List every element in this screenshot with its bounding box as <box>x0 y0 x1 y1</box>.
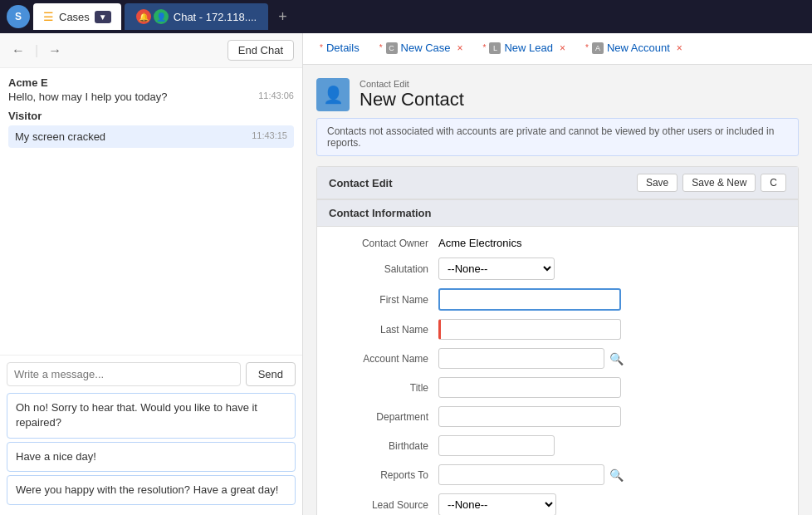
forward-button[interactable]: → <box>45 42 65 60</box>
reports-to-lookup-icon[interactable]: 🔍 <box>608 467 624 483</box>
bell-icon: 🔔 <box>136 9 151 24</box>
last-name-row: Last Name <box>330 319 785 340</box>
salutation-row: Salutation --None-- Mr. Ms. Mrs. Dr. Pro… <box>330 258 785 280</box>
reports-to-row: Reports To 🔍 <box>330 464 785 485</box>
tab-cases-arrow[interactable]: ▼ <box>95 11 111 23</box>
lead-source-select[interactable]: --None-- Web Phone Inquiry Partner Refer… <box>438 493 556 515</box>
message-group-acme: Acme E Hello, how may I help you today? … <box>8 76 294 103</box>
cases-icon: ☰ <box>43 10 54 23</box>
tab-new-case-dot: * <box>379 43 383 52</box>
contact-edit-label: Contact Edit <box>360 79 464 89</box>
contact-info-section-header: Contact Information <box>317 199 798 227</box>
person-icon: 👤 <box>154 9 169 24</box>
birthdate-label: Birthdate <box>330 440 438 452</box>
secondary-tabs: * Details * C New Case × * L New Lead × … <box>303 33 812 65</box>
info-banner: Contacts not associated with accounts ar… <box>316 118 799 156</box>
send-button[interactable]: Send <box>246 362 296 386</box>
title-field <box>438 377 785 398</box>
message-input-row: Send <box>7 362 296 386</box>
cancel-button[interactable]: C <box>761 174 786 192</box>
last-name-label: Last Name <box>330 324 438 336</box>
tab-cases[interactable]: ☰ Cases ▼ <box>33 3 121 30</box>
chat-toolbar: ← | → End Chat <box>0 33 302 68</box>
save-button[interactable]: Save <box>637 174 677 192</box>
tab-chat[interactable]: 🔔 👤 Chat - 172.118.... <box>125 3 268 30</box>
message-text-visitor: My screen cracked <box>15 130 245 143</box>
account-name-input[interactable] <box>438 348 604 369</box>
reports-to-input[interactable] <box>438 464 604 485</box>
salutation-label: Salutation <box>330 263 438 275</box>
contact-owner-label: Contact Owner <box>330 238 438 249</box>
visitor-message: My screen cracked 11:43:15 <box>8 125 294 148</box>
new-account-close-icon[interactable]: × <box>677 42 682 54</box>
lead-source-label: Lead Source <box>330 499 438 511</box>
new-tab-button[interactable]: + <box>271 8 294 26</box>
contact-info-form-body: Contact Owner Acme Electronics Salutatio… <box>317 227 798 515</box>
account-name-row: Account Name 🔍 <box>330 348 785 369</box>
account-name-label: Account Name <box>330 353 438 365</box>
suggestion-3[interactable]: Were you happy with the resolution? Have… <box>7 475 296 505</box>
birthdate-row: Birthdate <box>330 435 785 456</box>
new-case-icon: C <box>386 42 398 54</box>
tab-details-label: Details <box>326 42 360 54</box>
new-account-icon: A <box>592 42 604 54</box>
form-header-buttons: Save Save & New C <box>637 174 786 192</box>
end-chat-button[interactable]: End Chat <box>227 40 294 61</box>
birthdate-input[interactable] <box>438 435 555 456</box>
tab-chat-label: Chat - 172.118.... <box>174 11 257 23</box>
tab-new-lead[interactable]: * L New Lead × <box>473 33 575 65</box>
message-time-visitor: 11:43:15 <box>252 130 287 140</box>
back-button[interactable]: ← <box>8 42 28 60</box>
department-row: Department <box>330 406 785 427</box>
birthdate-field <box>438 435 785 456</box>
department-field <box>438 406 785 427</box>
new-case-close-icon[interactable]: × <box>457 42 463 54</box>
app-logo: S <box>7 5 30 28</box>
top-bar: S ☰ Cases ▼ 🔔 👤 Chat - 172.118.... + <box>0 0 812 33</box>
message-row-acme: Hello, how may I help you today? 11:43:0… <box>8 91 294 103</box>
message-group-visitor: Visitor My screen cracked 11:43:15 <box>8 110 294 148</box>
tab-new-account-dot: * <box>585 43 589 52</box>
tab-new-lead-dot: * <box>483 43 487 52</box>
contact-owner-field: Acme Electronics <box>438 237 785 249</box>
divider-btn: | <box>32 42 42 60</box>
title-row: Title <box>330 377 785 398</box>
contact-owner-row: Contact Owner Acme Electronics <box>330 237 785 249</box>
chat-tab-icons: 🔔 👤 <box>136 9 169 24</box>
main-layout: ← | → End Chat Acme E Hello, how may I h… <box>0 33 812 515</box>
tab-new-case[interactable]: * C New Case × <box>369 33 473 65</box>
first-name-row: First Name <box>330 288 785 311</box>
salutation-field: --None-- Mr. Ms. Mrs. Dr. Prof. <box>438 258 785 280</box>
suggestion-1[interactable]: Oh no! Sorry to hear that. Would you lik… <box>7 393 296 438</box>
message-input[interactable] <box>7 362 241 386</box>
contact-header: 👤 Contact Edit New Contact <box>316 78 799 111</box>
first-name-field <box>438 288 785 311</box>
last-name-field <box>438 319 785 340</box>
first-name-input[interactable] <box>438 288 621 311</box>
content-area: 👤 Contact Edit New Contact Contacts not … <box>303 65 812 515</box>
new-lead-close-icon[interactable]: × <box>560 42 565 54</box>
first-name-label: First Name <box>330 294 438 306</box>
tab-details-dot: * <box>320 43 323 52</box>
tab-cases-label: Cases <box>59 11 90 23</box>
title-label: Title <box>330 382 438 394</box>
account-name-lookup-icon[interactable]: 🔍 <box>608 351 624 367</box>
department-input[interactable] <box>438 406 621 427</box>
right-panel: * Details * C New Case × * L New Lead × … <box>303 33 812 515</box>
tab-details[interactable]: * Details <box>310 33 369 65</box>
suggestion-2[interactable]: Have a nice day! <box>7 442 296 472</box>
salutation-select[interactable]: --None-- Mr. Ms. Mrs. Dr. Prof. <box>438 258 555 280</box>
new-lead-icon: L <box>489 42 501 54</box>
last-name-input[interactable] <box>438 319 621 340</box>
message-time-acme: 11:43:06 <box>258 91 294 101</box>
reports-to-field: 🔍 <box>438 464 785 485</box>
nav-buttons: ← | → <box>8 42 65 60</box>
contact-owner-value: Acme Electronics <box>438 237 521 249</box>
chat-messages: Acme E Hello, how may I help you today? … <box>0 68 302 355</box>
form-card-header-label: Contact Edit <box>329 177 393 189</box>
tab-new-account[interactable]: * A New Account × <box>575 33 692 65</box>
message-row-visitor: My screen cracked 11:43:15 <box>15 130 287 143</box>
save-new-button[interactable]: Save & New <box>682 174 756 192</box>
title-input[interactable] <box>438 377 621 398</box>
lead-source-field: --None-- Web Phone Inquiry Partner Refer… <box>438 493 785 515</box>
